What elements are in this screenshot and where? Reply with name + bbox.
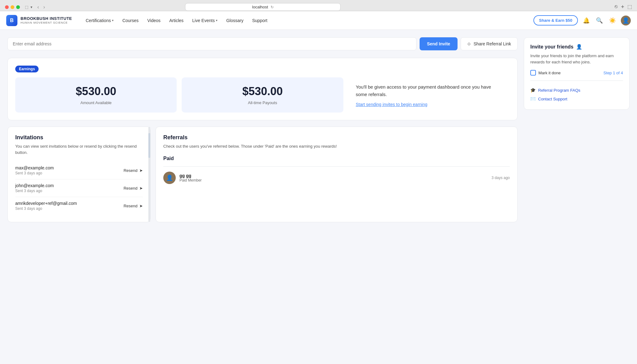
app-header: B BROOKBUSH INSTITUTE HUMAN MOVEMENT SCI…	[0, 11, 637, 30]
mark-done-row: Mark it done Step 1 of 4	[530, 70, 623, 76]
left-panel: Send Invite ⊹ Share Referral Link Earnin…	[7, 37, 518, 222]
new-tab-icon[interactable]: +	[621, 4, 624, 10]
close-window-btn[interactable]	[5, 5, 9, 9]
referral-item: 👤 gg gg Paid Member 3 days ago	[163, 172, 510, 184]
all-time-payouts-card: $530.00 All-time Payouts	[182, 77, 343, 113]
invite-friends-header: Invite your friends 👤	[530, 44, 623, 50]
nav-courses[interactable]: Courses	[119, 16, 142, 25]
invitation-info: john@example.com Sent 3 days ago	[15, 183, 54, 193]
referrals-panel: Referrals Check out the users you've ref…	[156, 127, 518, 222]
referral-divider	[163, 166, 510, 167]
logo-icon: B	[6, 15, 17, 26]
sun-icon: ☀️	[609, 17, 616, 24]
chevron-down-icon: ▾	[216, 19, 217, 22]
traffic-lights	[5, 5, 20, 9]
invite-friends-title: Invite your friends	[530, 44, 574, 50]
nav-support[interactable]: Support	[249, 16, 271, 25]
paid-section-title: Paid	[163, 156, 510, 161]
maximize-window-btn[interactable]	[16, 5, 20, 9]
notifications-button[interactable]: 🔔	[582, 16, 591, 25]
chevron-down-icon: ▾	[112, 19, 114, 22]
referrals-title: Referrals	[163, 134, 510, 141]
share-page-icon[interactable]: ⎋	[615, 4, 618, 10]
theme-toggle-button[interactable]: ☀️	[608, 16, 617, 25]
all-time-payouts-label: All-time Payouts	[189, 100, 336, 105]
nav-certifications[interactable]: Certifications ▾	[82, 16, 118, 25]
url-text: localhost	[252, 5, 268, 9]
referral-avatar: 👤	[163, 172, 176, 184]
browser-nav: ‹ ›	[36, 4, 46, 11]
email-input[interactable]	[7, 37, 416, 50]
referrals-description: Check out the users you've referred belo…	[163, 143, 510, 150]
send-icon: ➤	[139, 186, 143, 191]
minimize-window-btn[interactable]	[11, 5, 14, 9]
resend-button-0[interactable]: Resend ➤	[123, 168, 143, 173]
amount-available-label: Amount Available	[23, 100, 169, 105]
mark-done-label: Mark it done	[538, 71, 561, 75]
main-content: Send Invite ⊹ Share Referral Link Earnin…	[0, 30, 637, 230]
send-invite-button[interactable]: Send Invite	[420, 37, 458, 50]
amount-available-value: $530.00	[23, 85, 169, 98]
browser-chrome: ⬚ ▾ ‹ › localhost ↻ ⎋ + ⬚	[0, 0, 637, 11]
address-bar[interactable]: localhost ↻	[185, 3, 341, 11]
logo-text: BROOKBUSH INSTITUTE HUMAN MOVEMENT SCIEN…	[21, 16, 72, 24]
invitation-item: max@example.com Sent 3 days ago Resend ➤	[15, 162, 143, 179]
invitation-item: john@example.com Sent 3 days ago Resend …	[15, 179, 143, 197]
search-icon: 🔍	[596, 17, 603, 24]
referral-faqs-link[interactable]: 🎓 Referral Program FAQs	[530, 86, 623, 94]
earnings-content: $530.00 Amount Available $530.00 All-tim…	[15, 77, 510, 113]
browser-actions: ⎋ + ⬚	[615, 4, 632, 10]
invite-friends-description: Invite your friends to join the platform…	[530, 53, 623, 65]
resend-button-2[interactable]: Resend ➤	[123, 204, 143, 208]
invitation-info: max@example.com Sent 3 days ago	[15, 165, 54, 175]
earnings-message: You'll be given access to your payment d…	[348, 77, 510, 113]
share-referral-link-button[interactable]: ⊹ Share Referral Link	[461, 37, 518, 50]
invitations-panel: Invitations You can view sent invitation…	[7, 127, 151, 222]
graduation-cap-icon: 🎓	[530, 88, 536, 93]
invite-friends-card: Invite your friends 👤 Invite your friend…	[524, 37, 630, 110]
invitation-email: john@example.com	[15, 183, 54, 188]
earnings-badge: Earnings	[15, 66, 39, 72]
step-label: Step 1 of 4	[603, 71, 623, 75]
nav-glossary[interactable]: Glossary	[222, 16, 247, 25]
bottom-panels: Invitations You can view sent invitation…	[7, 127, 518, 222]
invitation-time: Sent 3 days ago	[15, 206, 77, 211]
start-sending-link[interactable]: Start sending invites to begin earning	[356, 102, 502, 107]
scroll-indicator[interactable]	[148, 127, 150, 222]
avatar[interactable]: 👤	[621, 16, 631, 25]
invitations-title: Invitations	[15, 134, 143, 141]
back-button[interactable]: ‹	[36, 4, 40, 11]
nav-videos[interactable]: Videos	[144, 16, 165, 25]
invite-bar: Send Invite ⊹ Share Referral Link	[7, 37, 518, 50]
amount-available-card: $530.00 Amount Available	[15, 77, 177, 113]
send-icon: ➤	[139, 168, 143, 173]
all-time-payouts-value: $530.00	[189, 85, 336, 98]
invitations-description: You can view sent invitations below or r…	[15, 143, 143, 155]
browser-tabs: ⬚ ▾	[24, 4, 32, 10]
referral-info: gg gg Paid Member	[179, 173, 488, 182]
nav-live-events[interactable]: Live Events ▾	[188, 16, 221, 25]
share-earn-button[interactable]: Share & Earn $50	[533, 15, 578, 25]
search-button[interactable]: 🔍	[595, 16, 604, 25]
invitation-email: amrikdeveloper+ref@gmail.com	[15, 201, 77, 206]
envelope-icon: ✉️	[530, 96, 536, 101]
send-icon: ➤	[139, 204, 143, 208]
mark-done-checkbox[interactable]	[530, 70, 536, 76]
tab-icon: ⬚	[24, 4, 29, 10]
browser-menu-icon[interactable]: ⬚	[627, 4, 632, 10]
tab-dropdown-btn[interactable]: ▾	[30, 5, 32, 9]
resend-button-1[interactable]: Resend ➤	[123, 186, 143, 191]
share-nodes-icon: ⊹	[467, 41, 471, 46]
contact-support-link[interactable]: ✉️ Contact Support	[530, 94, 623, 103]
invitation-time: Sent 3 days ago	[15, 189, 54, 193]
header-actions: Share & Earn $50 🔔 🔍 ☀️ 👤	[533, 15, 631, 25]
invitation-info: amrikdeveloper+ref@gmail.com Sent 3 days…	[15, 201, 77, 211]
reload-icon[interactable]: ↻	[271, 5, 274, 9]
nav-articles[interactable]: Articles	[165, 16, 187, 25]
earnings-section: Earnings $530.00 Amount Available $530.0…	[7, 58, 518, 120]
logo: B BROOKBUSH INSTITUTE HUMAN MOVEMENT SCI…	[6, 15, 72, 26]
referral-type: Paid Member	[179, 178, 488, 182]
earnings-message-text: You'll be given access to your payment d…	[356, 83, 502, 98]
referral-time: 3 days ago	[491, 176, 510, 180]
forward-button[interactable]: ›	[42, 4, 46, 11]
